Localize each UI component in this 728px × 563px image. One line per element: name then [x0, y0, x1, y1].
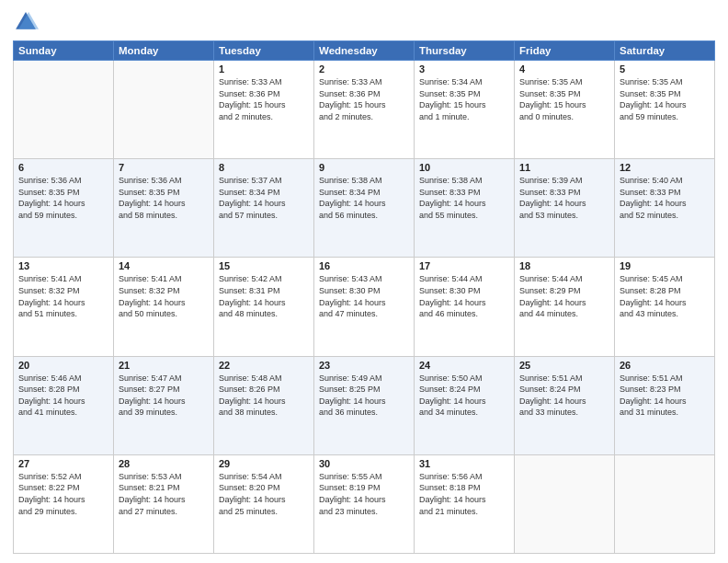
calendar-cell: 28Sunrise: 5:53 AM Sunset: 8:21 PM Dayli… [114, 454, 214, 553]
calendar-cell: 25Sunrise: 5:51 AM Sunset: 8:24 PM Dayli… [515, 356, 615, 454]
day-info: Sunrise: 5:53 AM Sunset: 8:21 PM Dayligh… [119, 471, 209, 517]
calendar-cell: 1Sunrise: 5:33 AM Sunset: 8:36 PM Daylig… [214, 61, 314, 159]
day-info: Sunrise: 5:45 AM Sunset: 8:28 PM Dayligh… [620, 273, 710, 319]
day-number: 29 [219, 458, 309, 469]
calendar: SundayMondayTuesdayWednesdayThursdayFrid… [13, 40, 715, 554]
day-info: Sunrise: 5:54 AM Sunset: 8:20 PM Dayligh… [219, 471, 309, 517]
day-info: Sunrise: 5:56 AM Sunset: 8:18 PM Dayligh… [419, 471, 509, 517]
calendar-cell: 31Sunrise: 5:56 AM Sunset: 8:18 PM Dayli… [415, 454, 515, 553]
weekday-header-thursday: Thursday [415, 41, 515, 61]
day-number: 10 [419, 162, 509, 173]
day-info: Sunrise: 5:40 AM Sunset: 8:33 PM Dayligh… [620, 175, 710, 221]
day-number: 6 [18, 162, 108, 173]
day-info: Sunrise: 5:38 AM Sunset: 8:33 PM Dayligh… [419, 175, 509, 221]
page: SundayMondayTuesdayWednesdayThursdayFrid… [0, 0, 728, 563]
day-info: Sunrise: 5:33 AM Sunset: 8:36 PM Dayligh… [219, 76, 309, 122]
day-info: Sunrise: 5:41 AM Sunset: 8:32 PM Dayligh… [119, 273, 209, 319]
day-number: 11 [519, 162, 609, 173]
day-number: 26 [620, 360, 710, 371]
day-info: Sunrise: 5:51 AM Sunset: 8:24 PM Dayligh… [519, 373, 609, 419]
day-number: 4 [519, 63, 609, 75]
day-info: Sunrise: 5:46 AM Sunset: 8:28 PM Dayligh… [18, 373, 108, 419]
calendar-cell: 17Sunrise: 5:44 AM Sunset: 8:30 PM Dayli… [415, 258, 515, 356]
day-number: 19 [620, 260, 710, 271]
calendar-cell: 6Sunrise: 5:36 AM Sunset: 8:35 PM Daylig… [14, 159, 114, 258]
calendar-cell: 19Sunrise: 5:45 AM Sunset: 8:28 PM Dayli… [615, 258, 715, 356]
calendar-cell: 10Sunrise: 5:38 AM Sunset: 8:33 PM Dayli… [415, 159, 515, 258]
weekday-header-sunday: Sunday [14, 41, 114, 61]
day-info: Sunrise: 5:36 AM Sunset: 8:35 PM Dayligh… [119, 175, 209, 221]
day-number: 25 [519, 360, 609, 371]
calendar-cell: 16Sunrise: 5:43 AM Sunset: 8:30 PM Dayli… [314, 258, 415, 356]
calendar-cell: 9Sunrise: 5:38 AM Sunset: 8:34 PM Daylig… [314, 159, 415, 258]
week-row-1: 1Sunrise: 5:33 AM Sunset: 8:36 PM Daylig… [14, 61, 715, 159]
day-info: Sunrise: 5:51 AM Sunset: 8:23 PM Dayligh… [620, 373, 710, 419]
day-number: 13 [18, 260, 108, 271]
day-info: Sunrise: 5:49 AM Sunset: 8:25 PM Dayligh… [319, 373, 409, 419]
calendar-cell: 5Sunrise: 5:35 AM Sunset: 8:35 PM Daylig… [615, 61, 715, 159]
calendar-cell: 18Sunrise: 5:44 AM Sunset: 8:29 PM Dayli… [515, 258, 615, 356]
day-number: 2 [319, 63, 409, 75]
day-number: 3 [419, 63, 509, 75]
calendar-cell [615, 454, 715, 553]
calendar-cell: 11Sunrise: 5:39 AM Sunset: 8:33 PM Dayli… [515, 159, 615, 258]
weekday-header-tuesday: Tuesday [214, 41, 314, 61]
calendar-cell: 13Sunrise: 5:41 AM Sunset: 8:32 PM Dayli… [14, 258, 114, 356]
day-info: Sunrise: 5:37 AM Sunset: 8:34 PM Dayligh… [219, 175, 309, 221]
calendar-cell: 21Sunrise: 5:47 AM Sunset: 8:27 PM Dayli… [114, 356, 214, 454]
day-number: 24 [419, 360, 509, 371]
day-info: Sunrise: 5:36 AM Sunset: 8:35 PM Dayligh… [18, 175, 108, 221]
header [13, 9, 715, 35]
day-info: Sunrise: 5:38 AM Sunset: 8:34 PM Dayligh… [319, 175, 409, 221]
logo-icon [13, 9, 39, 35]
day-info: Sunrise: 5:52 AM Sunset: 8:22 PM Dayligh… [18, 471, 108, 517]
day-info: Sunrise: 5:44 AM Sunset: 8:30 PM Dayligh… [419, 273, 509, 319]
calendar-cell: 3Sunrise: 5:34 AM Sunset: 8:35 PM Daylig… [415, 61, 515, 159]
day-number: 9 [319, 162, 409, 173]
calendar-cell: 23Sunrise: 5:49 AM Sunset: 8:25 PM Dayli… [314, 356, 415, 454]
day-number: 7 [119, 162, 209, 173]
calendar-cell: 20Sunrise: 5:46 AM Sunset: 8:28 PM Dayli… [14, 356, 114, 454]
calendar-cell [14, 61, 114, 159]
weekday-header-friday: Friday [515, 41, 615, 61]
calendar-cell: 22Sunrise: 5:48 AM Sunset: 8:26 PM Dayli… [214, 356, 314, 454]
weekday-header-saturday: Saturday [615, 41, 715, 61]
week-row-2: 6Sunrise: 5:36 AM Sunset: 8:35 PM Daylig… [14, 159, 715, 258]
calendar-cell: 12Sunrise: 5:40 AM Sunset: 8:33 PM Dayli… [615, 159, 715, 258]
day-info: Sunrise: 5:43 AM Sunset: 8:30 PM Dayligh… [319, 273, 409, 319]
calendar-cell: 27Sunrise: 5:52 AM Sunset: 8:22 PM Dayli… [14, 454, 114, 553]
day-info: Sunrise: 5:35 AM Sunset: 8:35 PM Dayligh… [519, 76, 609, 122]
day-info: Sunrise: 5:55 AM Sunset: 8:19 PM Dayligh… [319, 471, 409, 517]
calendar-cell: 4Sunrise: 5:35 AM Sunset: 8:35 PM Daylig… [515, 61, 615, 159]
calendar-cell: 15Sunrise: 5:42 AM Sunset: 8:31 PM Dayli… [214, 258, 314, 356]
day-number: 1 [219, 63, 309, 75]
week-row-4: 20Sunrise: 5:46 AM Sunset: 8:28 PM Dayli… [14, 356, 715, 454]
calendar-cell [114, 61, 214, 159]
day-number: 5 [620, 63, 710, 75]
day-number: 21 [119, 360, 209, 371]
day-info: Sunrise: 5:39 AM Sunset: 8:33 PM Dayligh… [519, 175, 609, 221]
weekday-header-row: SundayMondayTuesdayWednesdayThursdayFrid… [14, 41, 715, 61]
day-info: Sunrise: 5:41 AM Sunset: 8:32 PM Dayligh… [18, 273, 108, 319]
day-info: Sunrise: 5:34 AM Sunset: 8:35 PM Dayligh… [419, 76, 509, 122]
week-row-5: 27Sunrise: 5:52 AM Sunset: 8:22 PM Dayli… [14, 454, 715, 553]
day-number: 15 [219, 260, 309, 271]
calendar-cell: 26Sunrise: 5:51 AM Sunset: 8:23 PM Dayli… [615, 356, 715, 454]
calendar-cell: 14Sunrise: 5:41 AM Sunset: 8:32 PM Dayli… [114, 258, 214, 356]
calendar-cell: 2Sunrise: 5:33 AM Sunset: 8:36 PM Daylig… [314, 61, 415, 159]
day-info: Sunrise: 5:42 AM Sunset: 8:31 PM Dayligh… [219, 273, 309, 319]
day-info: Sunrise: 5:44 AM Sunset: 8:29 PM Dayligh… [519, 273, 609, 319]
calendar-cell: 29Sunrise: 5:54 AM Sunset: 8:20 PM Dayli… [214, 454, 314, 553]
calendar-cell: 24Sunrise: 5:50 AM Sunset: 8:24 PM Dayli… [415, 356, 515, 454]
day-number: 16 [319, 260, 409, 271]
day-info: Sunrise: 5:50 AM Sunset: 8:24 PM Dayligh… [419, 373, 509, 419]
day-info: Sunrise: 5:33 AM Sunset: 8:36 PM Dayligh… [319, 76, 409, 122]
day-number: 12 [620, 162, 710, 173]
day-number: 28 [119, 458, 209, 469]
day-number: 23 [319, 360, 409, 371]
weekday-header-wednesday: Wednesday [314, 41, 415, 61]
day-number: 20 [18, 360, 108, 371]
week-row-3: 13Sunrise: 5:41 AM Sunset: 8:32 PM Dayli… [14, 258, 715, 356]
calendar-cell: 8Sunrise: 5:37 AM Sunset: 8:34 PM Daylig… [214, 159, 314, 258]
calendar-cell: 30Sunrise: 5:55 AM Sunset: 8:19 PM Dayli… [314, 454, 415, 553]
